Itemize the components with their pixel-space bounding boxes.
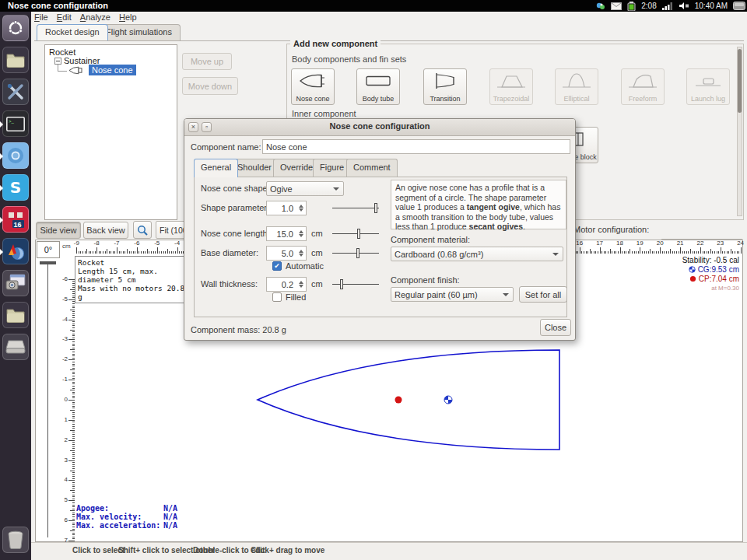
length-spinner[interactable]: 15.0: [266, 226, 307, 241]
add-trapezoidal-fin-button[interactable]: Trapezoidal: [489, 68, 533, 105]
trash-icon[interactable]: [2, 527, 29, 553]
shape-label: Nose cone shape:: [201, 184, 270, 193]
component-name-input[interactable]: Nose cone: [262, 139, 570, 154]
battery-icon[interactable]: [627, 2, 636, 11]
back-view-button[interactable]: Back view: [83, 222, 128, 239]
nosecone-tree-icon: [68, 66, 86, 75]
shape-parameter-spinner[interactable]: 1.0: [266, 201, 307, 215]
session-menu-icon[interactable]: [733, 2, 745, 10]
stability-readout: Stability: -0.5 cal CG:9.53 cm CP:7.04 c…: [682, 256, 739, 293]
screenshot-tool-icon[interactable]: [2, 270, 29, 296]
add-freeform-fin-button[interactable]: Freeform: [621, 68, 665, 105]
weather-indicator-icon[interactable]: [596, 2, 605, 11]
nose-cone-dialog: × ▫ Nose cone configuration Component na…: [184, 118, 576, 341]
add-transition-button[interactable]: Transition: [423, 68, 467, 105]
shape-parameter-label: Shape parameter:: [201, 203, 269, 212]
elliptical-fin-icon: [561, 72, 592, 90]
network-signal-icon[interactable]: [662, 2, 673, 10]
add-body-tube-button[interactable]: Body tube: [356, 68, 400, 105]
mach-readout: at M=0.30: [682, 284, 739, 293]
filled-checkbox[interactable]: [272, 292, 282, 302]
top-panel: Nose cone configuration 2:08 10:40 AM: [0, 0, 747, 12]
shape-description: An ogive nose cone has a profile that is…: [391, 180, 566, 229]
diameter-slider[interactable]: [332, 247, 379, 258]
material-combo[interactable]: Cardboard (0.68 g/cm³): [391, 247, 563, 261]
close-button[interactable]: Close: [540, 319, 571, 336]
rotation-slider-handle[interactable]: [40, 261, 56, 264]
clock[interactable]: 10:40 AM: [695, 2, 728, 10]
menu-help[interactable]: Help: [119, 12, 137, 22]
tab-rocket-design[interactable]: Rocket design: [37, 24, 108, 40]
shape-combo[interactable]: Ogive: [266, 181, 344, 196]
volume-icon[interactable]: [679, 2, 689, 10]
add-elliptical-fin-button[interactable]: Elliptical: [555, 68, 598, 105]
system-tools-icon[interactable]: [2, 79, 29, 105]
length-slider[interactable]: [332, 228, 379, 239]
inner-component-label: Inner component: [292, 109, 356, 118]
freeform-fin-icon: [627, 72, 658, 90]
menu-file[interactable]: File: [34, 12, 48, 22]
dialog-titlebar[interactable]: × ▫ Nose cone configuration: [184, 119, 575, 136]
automatic-label[interactable]: Automatic: [286, 261, 324, 271]
launch-lug-icon: [693, 72, 724, 90]
transition-icon: [430, 72, 461, 90]
tree-connector: [58, 71, 67, 72]
chevron-down-icon: [552, 253, 559, 256]
mail-icon[interactable]: [611, 2, 622, 10]
video-editor-16-icon[interactable]: 16: [2, 206, 29, 233]
dialog-tab-comment[interactable]: Comment: [346, 159, 398, 177]
terminal-icon[interactable]: >_: [2, 110, 29, 137]
disk-drive-icon[interactable]: [2, 334, 29, 360]
filled-label[interactable]: Filled: [286, 292, 306, 302]
scrollbar-thumb[interactable]: [738, 49, 742, 113]
folder-icon[interactable]: [2, 302, 29, 328]
automatic-checkbox[interactable]: ✔: [272, 261, 282, 271]
tree-item-nose-cone-selected[interactable]: Nose cone: [89, 65, 136, 75]
add-component-title: Add new component: [290, 39, 381, 48]
files-icon[interactable]: [2, 47, 29, 73]
zoom-button[interactable]: [133, 221, 152, 239]
rotation-slider-track[interactable]: [47, 263, 48, 537]
cg-icon: [689, 266, 696, 273]
panel-scrollbar[interactable]: [737, 47, 742, 216]
cp-icon: [689, 275, 696, 282]
side-view-button[interactable]: Side view: [36, 222, 81, 239]
flight-stats: Apogee:N/A Max. velocity:N/A Max. accele…: [76, 504, 177, 530]
tree-expand-handle[interactable]: [54, 58, 61, 65]
battery-time[interactable]: 2:08: [641, 2, 656, 10]
wall-thickness-spinner[interactable]: 0.2: [266, 277, 307, 292]
diameter-spinner[interactable]: 5.0: [266, 246, 307, 261]
menubar: File Edit Analyze Help: [34, 12, 143, 24]
stability-text: Stability: -0.5 cal: [682, 256, 739, 265]
move-up-button[interactable]: Move up: [182, 53, 232, 70]
component-mass-text: Component mass: 20.8 g: [191, 325, 286, 334]
add-launch-lug-button[interactable]: Launch lug: [686, 68, 730, 105]
chromium-icon[interactable]: [2, 142, 29, 169]
finish-combo[interactable]: Regular paint (60 µm): [391, 287, 514, 302]
length-unit[interactable]: cm: [311, 229, 323, 238]
set-for-all-button[interactable]: Set for all: [519, 286, 567, 303]
wall-thickness-slider[interactable]: [332, 278, 379, 289]
trapezoidal-fin-icon: [496, 72, 527, 90]
menu-edit[interactable]: Edit: [57, 12, 72, 22]
general-tab-panel: Nose cone shape: Ogive Shape parameter: …: [194, 177, 567, 317]
diameter-unit[interactable]: cm: [311, 248, 323, 257]
dialog-tab-figure[interactable]: Figure: [313, 159, 351, 177]
dialog-title: Nose cone configuration: [184, 121, 575, 131]
shape-parameter-slider[interactable]: [332, 202, 379, 213]
rocket-info-box: Rocket Length 15 cm, max. diameter 5 cm …: [75, 256, 196, 303]
finish-label: Component finish:: [391, 275, 460, 285]
wall-unit[interactable]: cm: [311, 279, 323, 289]
move-down-button[interactable]: Move down: [182, 77, 238, 95]
diameter-label: Base diameter:: [201, 248, 258, 257]
dialog-tab-general[interactable]: General: [194, 159, 238, 177]
tab-flight-simulations[interactable]: Flight simulations: [97, 24, 181, 40]
menu-analyze[interactable]: Analyze: [80, 12, 110, 22]
nose-cone-outline[interactable]: [258, 350, 559, 450]
openrocket-icon[interactable]: [2, 238, 29, 264]
hint-drag-move: Click+ drag to move: [251, 546, 324, 555]
skype-icon[interactable]: S: [2, 174, 29, 201]
add-nose-cone-button[interactable]: Nose cone: [291, 68, 335, 105]
dash-home-icon[interactable]: [2, 15, 29, 41]
chevron-down-icon: [503, 293, 509, 296]
